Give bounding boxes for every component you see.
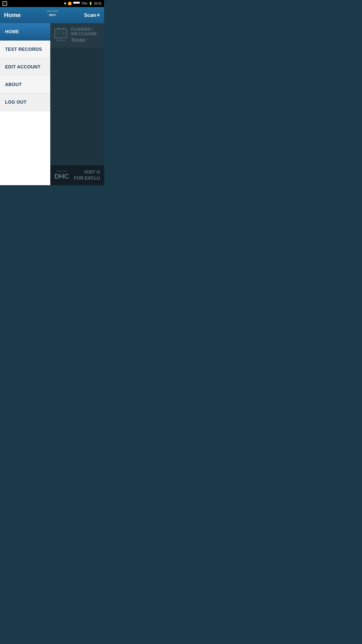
battery-card: − + Battery FLOODED / 500 CCA/SAE Tester <box>50 23 104 47</box>
battery-symbol: − + <box>54 29 67 38</box>
bluetooth-icon: ✱ <box>64 2 66 5</box>
sidebar-item-home[interactable]: HOME <box>0 23 50 41</box>
footer-visit: VISIT O FOR EXCLU <box>74 169 100 181</box>
content-body <box>50 47 104 165</box>
signal-icon: ▀▀▀ <box>73 2 80 5</box>
content-area: − + Battery FLOODED / 500 CCA/SAE Tester… <box>50 23 104 185</box>
battery-poles: − + <box>57 31 65 36</box>
sidebar-about-label: ABOUT <box>5 82 22 87</box>
notification-icon <box>3 1 7 6</box>
footer-logo: Since 1976 DHC <box>54 170 69 180</box>
logo-trademark: ® <box>54 13 56 17</box>
battery-spec: FLOODED / 500 CCA/SAE <box>71 27 100 36</box>
time: 20:31 <box>94 2 102 5</box>
footer-visit-subtext: FOR EXCLU <box>74 175 100 181</box>
sidebar-log-out-label: LOG OUT <box>5 100 27 105</box>
battery-icon: 🔋 <box>89 2 93 5</box>
logo-since: Since 1976 <box>47 10 58 12</box>
sidebar-item-edit-account[interactable]: EDIT ACCOUNT <box>0 58 50 76</box>
sidebar-test-records-label: TEST RECORDS <box>5 47 42 52</box>
sidebar-item-about[interactable]: ABOUT <box>0 76 50 94</box>
battery-label: Battery <box>56 39 66 42</box>
battery-percentage: 73% <box>81 2 87 5</box>
scan-button[interactable]: Scan+ <box>84 12 100 19</box>
footer-visit-text: VISIT O <box>74 169 100 175</box>
main-layout: HOME TEST RECORDS EDIT ACCOUNT ABOUT LOG… <box>0 23 104 185</box>
wifi-icon: 📶 <box>68 2 72 5</box>
battery-plus: + <box>62 31 65 36</box>
footer-logo-since: Since 1976 <box>57 170 67 172</box>
battery-minus: − <box>57 31 59 36</box>
sidebar-item-test-records[interactable]: TEST RECORDS <box>0 41 50 58</box>
sidebar-item-log-out[interactable]: LOG OUT <box>0 94 50 111</box>
scan-plus-icon: + <box>97 12 100 19</box>
battery-icon-container: − + Battery <box>54 29 67 42</box>
battery-tester: Tester <box>71 37 100 43</box>
header-logo: Since 1976 DHC® <box>47 10 58 20</box>
status-left <box>3 1 7 6</box>
footer-logo-dhc: DHC <box>54 172 69 180</box>
sidebar-spacer <box>0 111 50 185</box>
status-right: ✱ 📶 ▀▀▀ 73% 🔋 20:31 <box>64 2 102 5</box>
logo-dhc: DHC® <box>49 12 56 20</box>
content-footer: Since 1976 DHC VISIT O FOR EXCLU <box>50 165 104 185</box>
sidebar-edit-account-label: EDIT ACCOUNT <box>5 64 40 69</box>
battery-info: FLOODED / 500 CCA/SAE Tester <box>71 27 100 43</box>
header-home-label: Home <box>4 12 21 19</box>
header: Home Since 1976 DHC® Scan+ <box>0 7 104 23</box>
sidebar: HOME TEST RECORDS EDIT ACCOUNT ABOUT LOG… <box>0 23 50 185</box>
sidebar-home-label: HOME <box>5 29 19 34</box>
status-bar: ✱ 📶 ▀▀▀ 73% 🔋 20:31 <box>0 0 104 7</box>
scan-label: Scan <box>84 12 96 18</box>
